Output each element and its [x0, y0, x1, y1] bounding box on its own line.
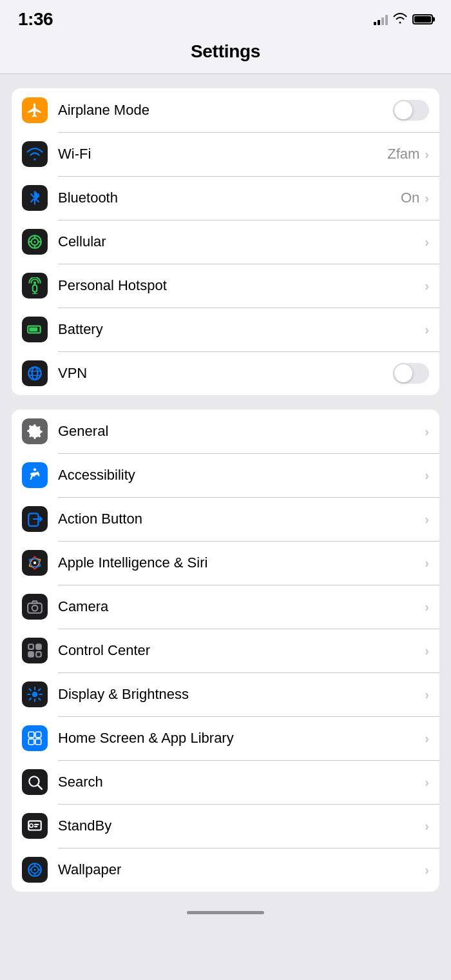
- hotspot-chevron: ›: [425, 279, 429, 293]
- cellular-row[interactable]: Cellular ›: [12, 220, 439, 264]
- page-title-bar: Settings: [0, 35, 451, 74]
- display-chevron: ›: [425, 687, 429, 702]
- svg-point-41: [34, 868, 35, 870]
- wallpaper-chevron: ›: [425, 863, 429, 877]
- standby-row[interactable]: StandBy ›: [12, 804, 439, 848]
- svg-point-23: [32, 605, 38, 611]
- action-button-chevron: ›: [425, 512, 429, 527]
- intelligence-label: Apple Intelligence & Siri: [58, 554, 425, 571]
- general-chevron: ›: [425, 424, 429, 439]
- hotspot-label: Personal Hotspot: [58, 277, 425, 294]
- wifi-row-icon: [22, 141, 48, 167]
- svg-point-28: [32, 692, 38, 698]
- accessibility-row[interactable]: Accessibility ›: [12, 453, 439, 497]
- scroll-indicator: [0, 906, 451, 919]
- camera-row[interactable]: Camera ›: [12, 585, 439, 629]
- intelligence-row[interactable]: Apple Intelligence & Siri ›: [12, 541, 439, 585]
- general-section: General › Accessibility › Action Button …: [12, 409, 439, 892]
- display-row[interactable]: Display & Brightness ›: [12, 672, 439, 716]
- svg-rect-25: [36, 644, 41, 649]
- svg-rect-32: [35, 739, 41, 745]
- action-button-icon: [22, 506, 48, 532]
- control-center-chevron: ›: [425, 643, 429, 658]
- connectivity-section: Airplane Mode Wi-Fi Zfam › Bluetooth On …: [12, 88, 439, 395]
- wallpaper-row[interactable]: Wallpaper ›: [12, 848, 439, 892]
- svg-point-17: [34, 468, 36, 471]
- wallpaper-icon: [22, 857, 48, 883]
- svg-line-34: [38, 785, 42, 789]
- cellular-icon: [22, 229, 48, 255]
- svg-rect-26: [28, 652, 34, 657]
- airplane-mode-label: Airplane Mode: [58, 102, 393, 119]
- action-button-label: Action Button: [58, 511, 425, 527]
- home-screen-label: Home Screen & App Library: [58, 730, 425, 747]
- general-label: General: [58, 423, 425, 440]
- camera-label: Camera: [58, 598, 425, 615]
- svg-point-21: [34, 562, 36, 564]
- wifi-row[interactable]: Wi-Fi Zfam ›: [12, 132, 439, 176]
- cellular-label: Cellular: [58, 233, 425, 250]
- wifi-label: Wi-Fi: [58, 146, 387, 162]
- signal-icon: [374, 14, 388, 25]
- svg-rect-11: [29, 328, 37, 332]
- svg-point-2: [34, 240, 35, 242]
- svg-rect-7: [33, 285, 37, 292]
- camera-chevron: ›: [425, 600, 429, 614]
- battery-label: Battery: [58, 321, 425, 338]
- svg-rect-27: [36, 652, 41, 657]
- accessibility-chevron: ›: [425, 468, 429, 483]
- page-title: Settings: [0, 41, 451, 62]
- battery-row[interactable]: Battery ›: [12, 308, 439, 351]
- home-screen-row[interactable]: Home Screen & App Library ›: [12, 716, 439, 760]
- svg-rect-31: [28, 739, 34, 745]
- bluetooth-label: Bluetooth: [58, 190, 401, 206]
- intelligence-icon: [22, 550, 48, 576]
- battery-row-icon: [22, 317, 48, 342]
- control-center-label: Control Center: [58, 642, 425, 659]
- scroll-bar: [187, 911, 264, 914]
- vpn-icon: [22, 360, 48, 386]
- action-button-row[interactable]: Action Button ›: [12, 497, 439, 541]
- status-time: 1:36: [18, 9, 53, 30]
- svg-rect-37: [34, 824, 39, 825]
- standby-label: StandBy: [58, 818, 425, 834]
- svg-point-36: [30, 824, 33, 827]
- home-screen-icon: [22, 725, 48, 751]
- general-row[interactable]: General ›: [12, 409, 439, 453]
- control-center-row[interactable]: Control Center ›: [12, 629, 439, 672]
- wallpaper-label: Wallpaper: [58, 861, 425, 878]
- standby-icon: [22, 813, 48, 839]
- airplane-mode-row[interactable]: Airplane Mode: [12, 88, 439, 132]
- svg-rect-35: [28, 821, 41, 830]
- hotspot-row[interactable]: Personal Hotspot ›: [12, 264, 439, 308]
- airplane-mode-icon: [22, 97, 48, 123]
- bluetooth-row[interactable]: Bluetooth On ›: [12, 176, 439, 220]
- svg-rect-30: [35, 732, 41, 738]
- accessibility-icon: [22, 462, 48, 488]
- control-center-icon: [22, 638, 48, 663]
- vpn-toggle[interactable]: [393, 363, 429, 384]
- bluetooth-chevron: ›: [425, 191, 429, 206]
- search-row[interactable]: Search ›: [12, 760, 439, 804]
- search-chevron: ›: [425, 775, 429, 790]
- search-icon: [22, 769, 48, 795]
- svg-rect-29: [28, 732, 34, 738]
- accessibility-label: Accessibility: [58, 467, 425, 484]
- svg-rect-38: [34, 826, 37, 827]
- hotspot-icon: [22, 273, 48, 299]
- battery-icon: [412, 14, 433, 24]
- home-screen-chevron: ›: [425, 731, 429, 746]
- search-label: Search: [58, 774, 425, 790]
- svg-point-12: [28, 367, 41, 380]
- airplane-mode-toggle[interactable]: [393, 100, 429, 121]
- svg-rect-24: [28, 644, 34, 649]
- display-label: Display & Brightness: [58, 686, 425, 703]
- wifi-chevron: ›: [425, 147, 429, 162]
- status-icons: [374, 12, 433, 26]
- vpn-row[interactable]: VPN: [12, 351, 439, 395]
- intelligence-chevron: ›: [425, 556, 429, 571]
- svg-point-13: [32, 367, 38, 380]
- battery-row-chevron: ›: [425, 322, 429, 337]
- vpn-label: VPN: [58, 365, 393, 382]
- display-icon: [22, 681, 48, 707]
